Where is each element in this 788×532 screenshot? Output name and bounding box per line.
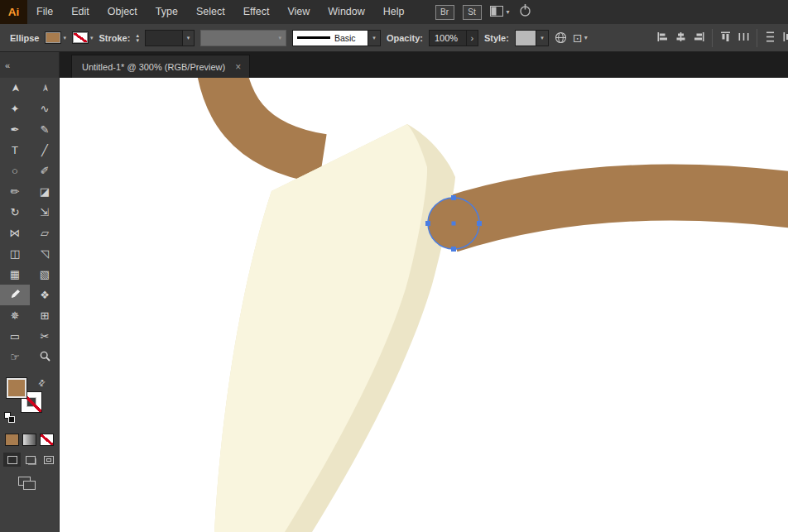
lasso-tool[interactable]: ∿ (30, 98, 60, 119)
hand-tool[interactable]: ☞ (0, 347, 30, 367)
chevron-down-icon[interactable]: ▾ (182, 31, 194, 46)
bridge-button[interactable]: Br (435, 5, 454, 20)
align-center-button[interactable] (675, 31, 686, 44)
opacity-control[interactable]: 100% › (429, 30, 478, 46)
eyedropper-tool[interactable] (0, 285, 30, 305)
draw-inside-button[interactable] (40, 453, 57, 467)
chevron-down-icon: ▾ (368, 31, 380, 46)
distribute-horizontal-button[interactable] (738, 31, 749, 44)
transform-panel-button[interactable]: ⊡ ▾ (573, 31, 588, 45)
curvature-tool[interactable]: ✎ (30, 119, 60, 140)
selection-center-point[interactable] (452, 222, 456, 226)
blend-tool-icon: ❖ (40, 289, 50, 301)
chevron-down-icon: ▾ (584, 34, 588, 41)
menu-object[interactable]: Object (98, 0, 147, 24)
width-tool[interactable]: ⋈ (0, 223, 30, 243)
menu-view[interactable]: View (278, 0, 319, 24)
rotate-tool[interactable]: ↻ (0, 202, 30, 223)
free-transform-tool[interactable]: ▱ (30, 223, 60, 243)
selection-tool[interactable]: ➤ (0, 78, 30, 98)
menu-window[interactable]: Window (319, 0, 373, 24)
perspective-grid-tool[interactable]: ◹ (30, 243, 60, 264)
brush-dropdown-button[interactable]: ▾ (368, 30, 381, 46)
horn-band-right[interactable] (449, 192, 788, 225)
gpu-performance-icon[interactable] (518, 3, 532, 21)
opacity-panel-arrow[interactable]: › (467, 30, 478, 46)
collapse-panel-button[interactable]: « (5, 60, 10, 70)
paintbrush-tool[interactable]: ✐ (30, 161, 60, 181)
menu-type[interactable]: Type (147, 0, 187, 24)
selection-handle-top[interactable] (451, 195, 456, 200)
chevron-down-icon: ▾ (507, 8, 510, 16)
document-setup-globe-icon[interactable] (555, 31, 567, 44)
align-top-button[interactable] (720, 31, 731, 44)
selection-handle-right[interactable] (477, 221, 482, 226)
stroke-weight-stepper[interactable]: ▴▾ (136, 33, 139, 43)
close-tab-icon[interactable]: × (235, 62, 241, 72)
horn-band-left[interactable] (219, 78, 323, 159)
default-fill-stroke-icon[interactable] (4, 412, 17, 424)
menu-bar: Ai File Edit Object Type Select Effect V… (0, 0, 788, 24)
control-bar: Ellipse ▾ ▾ Stroke: ▴▾ ▾ ▾ Basic ▾ Opaci… (0, 24, 788, 52)
document-tab[interactable]: Untitled-1* @ 300% (RGB/Preview) × (71, 55, 250, 78)
brush-definition-select[interactable]: Basic (292, 30, 368, 46)
selection-handle-left[interactable] (425, 221, 430, 226)
artboard-canvas[interactable] (60, 78, 788, 532)
distribute-spacing-button[interactable] (783, 31, 788, 44)
graph-tool[interactable]: ⊞ (30, 305, 60, 326)
blend-tool[interactable]: ❖ (30, 285, 60, 305)
pen-tool[interactable]: ✒ (0, 119, 30, 140)
swap-fill-stroke-icon[interactable]: ⇄ (36, 377, 47, 389)
stroke-color-control[interactable]: ▾ (72, 31, 94, 44)
fill-color-control[interactable]: ▾ (45, 31, 66, 44)
color-button[interactable] (5, 434, 19, 446)
ellipse-tool[interactable]: ○ (0, 161, 30, 181)
fill-swatch[interactable] (6, 377, 27, 399)
distribute-group (765, 31, 788, 44)
workspace-switcher[interactable]: ▾ (490, 5, 510, 20)
menu-edit[interactable]: Edit (62, 0, 98, 24)
menu-help[interactable]: Help (374, 0, 414, 24)
stroke-weight-label: Stroke: (99, 33, 131, 43)
slice-tool[interactable]: ✂ (30, 326, 60, 347)
style-dropdown-button[interactable]: ▾ (536, 30, 549, 46)
opacity-value: 100% (435, 33, 458, 43)
selection-handle-bottom[interactable] (451, 247, 456, 252)
align-left-button[interactable] (657, 31, 668, 44)
menu-file[interactable]: File (27, 0, 62, 24)
distribute-vertical-button[interactable] (765, 31, 776, 44)
eraser-tool[interactable]: ◪ (30, 181, 60, 202)
chevron-down-icon: ▾ (536, 31, 548, 46)
symbol-sprayer-tool[interactable]: ✵ (0, 305, 30, 326)
stepper-down-icon[interactable]: ▾ (136, 38, 139, 43)
line-segment-tool[interactable]: ╱ (30, 140, 60, 161)
zoom-tool[interactable] (30, 347, 60, 367)
style-label: Style: (484, 33, 509, 43)
slice-tool-icon: ✂ (41, 330, 50, 343)
change-screen-mode-button[interactable] (18, 477, 36, 490)
logo-text: Ai (8, 6, 20, 18)
shape-builder-tool[interactable]: ◫ (0, 243, 30, 264)
gradient-button[interactable] (22, 434, 36, 446)
stroke-weight-select[interactable]: ▾ (145, 30, 195, 46)
brush-definition-control[interactable]: Basic ▾ (292, 30, 381, 46)
type-tool[interactable]: T (0, 140, 30, 161)
menu-effect[interactable]: Effect (234, 0, 279, 24)
artboard-tool[interactable]: ▭ (0, 326, 30, 347)
magic-wand-tool[interactable]: ✦ (0, 98, 30, 119)
style-control[interactable]: ▾ (515, 30, 549, 46)
mesh-tool[interactable]: ▦ (0, 264, 30, 285)
align-horizontal-group (657, 31, 704, 44)
gradient-tool[interactable]: ▧ (30, 264, 60, 285)
direct-selection-tool[interactable]: ➢ (30, 78, 60, 98)
scale-tool[interactable]: ⇲ (30, 202, 60, 223)
draw-normal-button[interactable] (3, 453, 21, 467)
draw-behind-button[interactable] (22, 453, 39, 467)
none-button[interactable] (40, 434, 54, 446)
menu-select[interactable]: Select (187, 0, 234, 24)
shaper-tool[interactable]: ✏ (0, 181, 30, 202)
align-right-button[interactable] (694, 31, 704, 44)
curvature-tool-icon: ✎ (41, 123, 50, 136)
opacity-input[interactable]: 100% (429, 30, 467, 46)
stock-button[interactable]: St (463, 5, 482, 20)
